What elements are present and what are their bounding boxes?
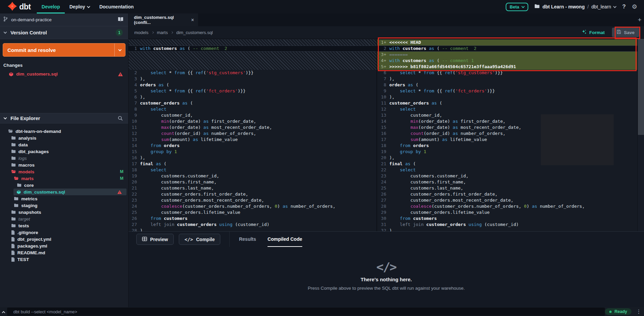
dbt-logo[interactable]: dbt (0, 1, 37, 12)
tab-dim-customers[interactable]: dim_customers.sql (confli... × (129, 13, 198, 26)
code-line-6[interactable]: 6 select * from {{ ref('stg_customers')}… (377, 70, 637, 76)
new-tab-button[interactable]: + (635, 13, 644, 26)
breadcrumb-marts[interactable]: marts (157, 30, 168, 35)
tree-item-dim_customers.sql[interactable]: dim_customers.sql (13, 189, 127, 195)
tree-item-metrics[interactable]: metrics (0, 195, 128, 202)
code-line-11[interactable]: 11customer_orders as ( (377, 100, 637, 106)
code-line-23[interactable]: 23 customers.customer_id, (377, 173, 637, 179)
code-line-28[interactable]: 28 coalesce(customer_orders.number_of_or… (377, 203, 637, 209)
command-input[interactable] (7, 308, 605, 316)
code-line-32[interactable]: 32) (377, 228, 637, 231)
tree-item-snapshots[interactable]: snapshots (0, 209, 128, 216)
tree-item-core[interactable]: core (0, 182, 128, 189)
code-line-6[interactable]: 6), (129, 94, 376, 100)
branch-row[interactable]: on-demand-practice (0, 13, 128, 26)
tab-compiled-code[interactable]: Compiled Code (268, 232, 302, 247)
code-line-26[interactable]: 26 customer_orders.first_order_date, (377, 191, 637, 197)
code-line-30[interactable]: 30 from customers (377, 216, 637, 222)
code-line-8[interactable]: 8orders as ( (377, 82, 637, 88)
code-line-25[interactable]: 25 customer_orders.lifetime_value (129, 209, 376, 216)
expand-command-bar-button[interactable] (0, 311, 7, 313)
commit-options-toggle[interactable] (114, 44, 125, 56)
search-icon[interactable] (118, 116, 123, 121)
docs-book-icon[interactable] (118, 17, 123, 23)
breadcrumb-models[interactable]: models (134, 30, 148, 35)
code-line-17[interactable]: 17final as ( (129, 161, 376, 167)
code-line-3[interactable]: 3), (129, 76, 376, 82)
code-line-18[interactable]: 18 select (129, 167, 376, 173)
project-switcher[interactable]: dbt Learn - mwong / dbt_learn (534, 4, 616, 9)
tab-results[interactable]: Results (239, 232, 256, 247)
code-line-12[interactable]: 12 select (377, 106, 637, 112)
code-line-5[interactable]: 5+>>>>>>> b81f802a66fd544504c65721e3ffaa… (377, 64, 637, 70)
save-button[interactable]: Save (612, 28, 639, 37)
editor-scrollbar[interactable] (637, 39, 644, 231)
tree-item-packages.yml[interactable]: packages.yml (0, 242, 128, 249)
code-line-13[interactable]: 13 sum(amount) as lifetime_value (129, 137, 376, 143)
code-line-19[interactable]: 19 customers.customer_id, (129, 173, 376, 179)
code-line-24[interactable]: 24 customers.first_name, (377, 179, 637, 185)
code-line-8[interactable]: 8 select (129, 106, 376, 112)
code-line-28[interactable]: 28) (129, 228, 376, 231)
tree-item-target[interactable]: target (0, 216, 128, 222)
nav-develop[interactable]: Develop (37, 0, 64, 13)
tree-item-data[interactable]: data (0, 141, 128, 148)
tree-item-logs[interactable]: logs (0, 155, 128, 162)
breadcrumb-file[interactable]: dim_customers.sql (176, 30, 213, 35)
code-line-11[interactable]: 11 max(order_date) as most_recent_order_… (129, 124, 376, 131)
code-line-23[interactable]: 23 customer_orders.most_recent_order_dat… (129, 197, 376, 203)
format-button[interactable]: Format (582, 29, 605, 35)
tree-item-tests[interactable]: tests (0, 222, 128, 229)
code-line-2[interactable]: 2with customers as ( -- comment 2 (377, 46, 637, 52)
code-line-1[interactable]: 1+<<<<<<< HEAD (377, 39, 637, 46)
code-line-29[interactable]: 29 customer_orders.lifetime_value (377, 209, 637, 216)
scrollbar-thumb[interactable] (638, 39, 644, 135)
status-badge[interactable]: Ready (605, 308, 632, 315)
nav-documentation[interactable]: Documentation (94, 0, 138, 13)
gear-icon[interactable]: ⚙ (632, 4, 637, 10)
code-line-4[interactable]: 4orders as ( (129, 82, 376, 88)
help-icon[interactable]: ? (622, 3, 625, 10)
code-line-31[interactable]: 31 left join customer_orders using (cust… (377, 222, 637, 228)
nav-deploy[interactable]: Deploy (65, 0, 95, 13)
code-line-25[interactable]: 25 customers.last_name, (377, 185, 637, 191)
code-line-16[interactable]: 16), (129, 155, 376, 161)
code-line-27[interactable]: 27 customer_orders.most_recent_order_dat… (377, 197, 637, 203)
tree-item-analysis[interactable]: analysis (0, 135, 128, 141)
code-line-12[interactable]: 12 count(order_id) as number_of_orders, (129, 131, 376, 137)
commit-and-resolve-button[interactable]: Commit and resolve (3, 43, 125, 57)
code-line-20[interactable]: 20 customers.first_name, (129, 179, 376, 185)
code-line-14[interactable]: 14 from orders (129, 143, 376, 149)
code-line-7[interactable]: 7), (377, 76, 637, 82)
code-line-9[interactable]: 9 customer_id, (129, 112, 376, 118)
close-icon[interactable]: × (191, 17, 194, 23)
tree-item-marts[interactable]: martsM (0, 175, 128, 182)
code-line-10[interactable]: 10), (377, 94, 637, 100)
tree-item-.gitignore[interactable]: .gitignore (0, 229, 128, 236)
code-line-24[interactable]: 24 coalesce(customer_orders.number_of_or… (129, 203, 376, 209)
tree-item-TEST[interactable]: TEST (0, 256, 128, 263)
file-explorer-header[interactable]: File Explorer (0, 113, 128, 123)
tree-item-macros[interactable]: macros (0, 162, 128, 168)
code-line-22[interactable]: 22 select (377, 167, 637, 173)
preview-button[interactable]: Preview (136, 234, 174, 245)
changed-file-row[interactable]: dim_customers.sql (3, 70, 125, 78)
code-line-15[interactable]: 15 group by 1 (129, 149, 376, 155)
code-line-1[interactable]: 1with customers as ( -- comment 2 (129, 46, 376, 52)
editor-pane-original[interactable]: 1with customers as ( -- comment 22 selec… (129, 39, 377, 231)
code-line-3[interactable]: 3+======= (377, 52, 637, 58)
compile-button[interactable]: </> Compile (179, 234, 221, 245)
code-line-21[interactable]: 21 customers.last_name, (129, 185, 376, 191)
tree-item-dbt_project.yml[interactable]: dbt_project.yml (0, 236, 128, 242)
tree-item-dbt-learn-on-demand[interactable]: dbt-learn-on-demand (0, 128, 128, 135)
code-line-26[interactable]: 26 from customers (129, 216, 376, 222)
tree-item-models[interactable]: modelsM (0, 168, 128, 175)
code-line-9[interactable]: 9 select * from {{ ref('fct_orders')}} (377, 88, 637, 94)
code-line-27[interactable]: 27 left join customer_orders using (cust… (129, 222, 376, 228)
tree-item-dbt_packages[interactable]: dbt_packages (0, 148, 128, 155)
tree-item-staging[interactable]: staging (0, 202, 128, 209)
beta-dropdown[interactable]: Beta (506, 3, 528, 11)
code-line-10[interactable]: 10 min(order_date) as first_order_date, (129, 118, 376, 124)
tree-item-README.md[interactable]: README.md (0, 249, 128, 256)
code-line-2[interactable]: 2 select * from {{ ref('stg_customers')}… (129, 70, 376, 76)
